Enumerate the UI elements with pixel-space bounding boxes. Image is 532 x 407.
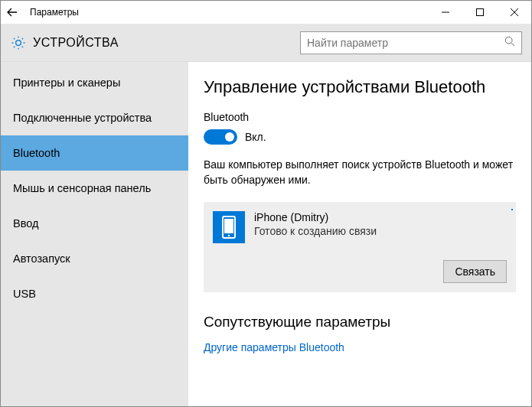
sidebar-item-label: Bluetooth: [13, 147, 60, 159]
svg-line-5: [511, 43, 514, 46]
sidebar-item-printers[interactable]: Принтеры и сканеры: [1, 65, 188, 100]
sidebar-item-connected-devices[interactable]: Подключенные устройства: [1, 100, 188, 135]
minimize-icon: [442, 8, 449, 16]
bluetooth-status-text: Ваш компьютер выполняет поиск устройств …: [204, 157, 516, 188]
device-status: Готово к созданию связи: [254, 225, 507, 237]
toggle-state-text: Вкл.: [245, 131, 266, 143]
sidebar-item-label: Автозапуск: [13, 252, 70, 265]
minimize-button[interactable]: [428, 1, 462, 24]
content: Управление устройствами Bluetooth Blueto…: [188, 62, 531, 406]
search-box[interactable]: [300, 31, 522, 54]
content-title: Управление устройствами Bluetooth: [204, 77, 516, 97]
sidebar-item-typing[interactable]: Ввод: [1, 206, 188, 241]
settings-icon: [10, 34, 27, 51]
close-button[interactable]: [497, 1, 531, 24]
sidebar-item-bluetooth[interactable]: Bluetooth: [1, 135, 188, 171]
device-name: iPhone (Dmitry): [254, 211, 507, 223]
sidebar-item-autoplay[interactable]: Автозапуск: [1, 241, 188, 276]
close-icon: [511, 8, 518, 16]
sidebar-item-label: Мышь и сенсорная панель: [13, 182, 151, 194]
sidebar-item-label: USB: [13, 288, 36, 300]
svg-rect-7: [224, 219, 233, 233]
maximize-button[interactable]: [462, 1, 497, 24]
window-controls: [428, 1, 531, 24]
svg-point-4: [505, 37, 512, 44]
sidebar-item-label: Ввод: [13, 217, 38, 230]
sidebar-item-usb[interactable]: USB: [1, 276, 188, 311]
progress-dot-icon: [511, 209, 513, 210]
window-title: Параметры: [30, 7, 428, 18]
svg-rect-1: [476, 9, 483, 16]
bluetooth-toggle-row: Вкл.: [204, 129, 516, 145]
more-bluetooth-link[interactable]: Другие параметры Bluetooth: [204, 341, 516, 353]
page-heading: УСТРОЙСТВА: [33, 36, 300, 50]
sidebar-item-label: Принтеры и сканеры: [13, 77, 120, 89]
device-text: iPhone (Dmitry) Готово к созданию связи: [254, 211, 507, 237]
device-card[interactable]: iPhone (Dmitry) Готово к созданию связи …: [204, 202, 516, 292]
svg-point-8: [228, 234, 230, 236]
sidebar-item-mouse[interactable]: Мышь и сенсорная панель: [1, 171, 188, 206]
related-heading: Сопутствующие параметры: [204, 314, 516, 330]
search-icon: [504, 36, 515, 49]
toggle-knob-icon: [225, 132, 234, 142]
gear-icon: [11, 35, 26, 50]
sidebar: Принтеры и сканеры Подключенные устройст…: [1, 62, 188, 406]
titlebar: Параметры: [1, 1, 531, 24]
back-arrow-icon: [6, 6, 18, 18]
bluetooth-toggle[interactable]: [204, 129, 237, 145]
phone-icon: [213, 211, 245, 243]
maximize-icon: [476, 8, 484, 16]
device-button-row: Связать: [213, 260, 507, 283]
pair-button[interactable]: Связать: [443, 260, 507, 283]
toggle-label: Bluetooth: [204, 111, 516, 123]
header: УСТРОЙСТВА: [1, 24, 531, 62]
back-button[interactable]: [1, 1, 24, 24]
device-row: iPhone (Dmitry) Готово к созданию связи: [213, 211, 507, 243]
body: Принтеры и сканеры Подключенные устройст…: [1, 62, 531, 406]
search-input[interactable]: [307, 37, 504, 49]
sidebar-item-label: Подключенные устройства: [13, 112, 152, 124]
